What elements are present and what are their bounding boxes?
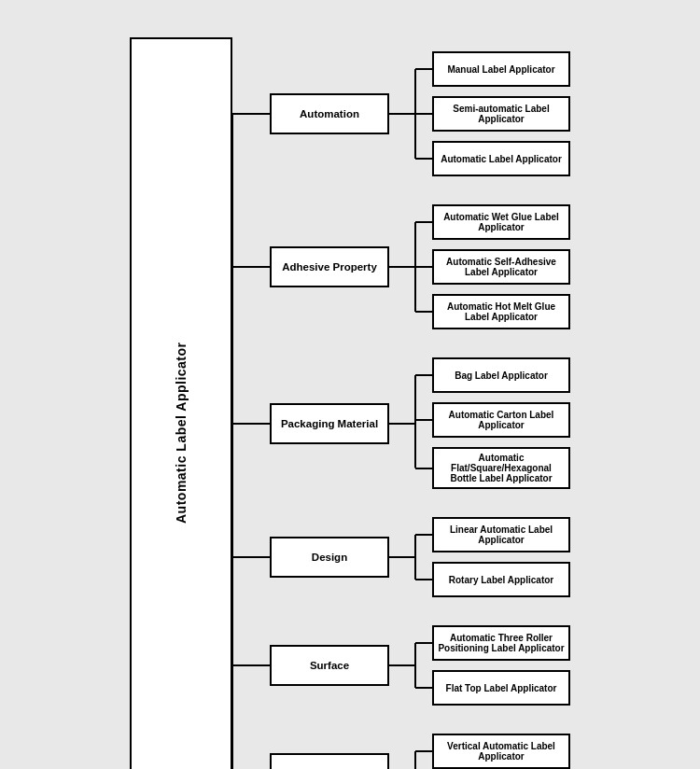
category-orientation: Orientation xyxy=(270,753,389,769)
leaves-packaging: Bag Label ApplicatorAutomatic Carton Lab… xyxy=(415,353,570,494)
category-packaging: Packaging Material xyxy=(270,403,389,444)
branches-wrapper: AutomationManual Label ApplicatorSemi-au… xyxy=(232,37,570,769)
category-surface: Surface xyxy=(270,645,389,686)
leaf-packaging-1: Automatic Carton Label Applicator xyxy=(432,402,570,438)
leaf-automation-2: Automatic Label Applicator xyxy=(432,141,570,176)
leaf-adhesive-0: Automatic Wet Glue Label Applicator xyxy=(432,204,570,240)
branch-row-design: DesignLinear Automatic Label ApplicatorR… xyxy=(232,512,570,602)
leaves-orientation: Vertical Automatic Label ApplicatorHoriz… xyxy=(415,729,570,769)
leaves-design: Linear Automatic Label ApplicatorRotary … xyxy=(415,512,570,602)
leaf-packaging-2: Automatic Flat/Square/Hexagonal Bottle L… xyxy=(432,447,570,489)
chart-container: Automatic Label ApplicatorAutomationManu… xyxy=(0,19,700,769)
branch-row-automation: AutomationManual Label ApplicatorSemi-au… xyxy=(232,47,570,181)
leaf-design-0: Linear Automatic Label Applicator xyxy=(432,517,570,552)
category-design: Design xyxy=(270,537,389,578)
chart-wrapper: Automatic Label ApplicatorAutomationManu… xyxy=(130,37,570,769)
leaf-automation-0: Manual Label Applicator xyxy=(432,51,570,87)
leaf-adhesive-1: Automatic Self-Adhesive Label Applicator xyxy=(432,249,570,285)
branch-row-adhesive: Adhesive PropertyAutomatic Wet Glue Labe… xyxy=(232,200,570,334)
leaf-surface-1: Flat Top Label Applicator xyxy=(432,670,570,706)
leaf-packaging-0: Bag Label Applicator xyxy=(432,357,570,393)
leaves-adhesive: Automatic Wet Glue Label ApplicatorAutom… xyxy=(415,200,570,334)
category-automation: Automation xyxy=(270,93,389,134)
branch-row-packaging: Packaging MaterialBag Label ApplicatorAu… xyxy=(232,353,570,494)
leaves-surface: Automatic Three Roller Positioning Label… xyxy=(415,621,570,710)
leaf-orientation-0: Vertical Automatic Label Applicator xyxy=(432,734,570,769)
leaf-design-1: Rotary Label Applicator xyxy=(432,562,570,597)
leaves-automation: Manual Label ApplicatorSemi-automatic La… xyxy=(415,47,570,181)
leaf-automation-1: Semi-automatic Label Applicator xyxy=(432,96,570,132)
category-adhesive: Adhesive Property xyxy=(270,246,389,287)
branch-row-surface: SurfaceAutomatic Three Roller Positionin… xyxy=(232,621,570,710)
leaf-adhesive-2: Automatic Hot Melt Glue Label Applicator xyxy=(432,294,570,329)
root-node: Automatic Label Applicator xyxy=(130,37,232,769)
leaf-surface-0: Automatic Three Roller Positioning Label… xyxy=(432,625,570,661)
branch-row-orientation: OrientationVertical Automatic Label Appl… xyxy=(232,729,570,769)
